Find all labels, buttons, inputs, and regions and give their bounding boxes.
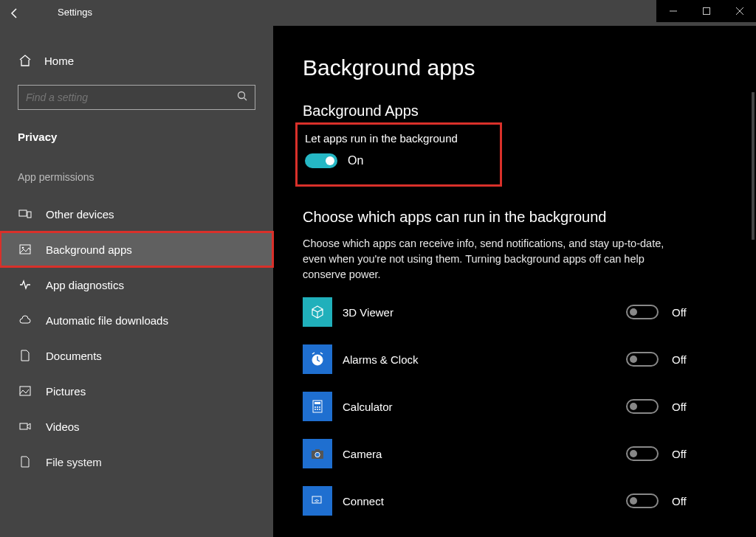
app-toggle[interactable] [626,399,659,414]
app-name: Connect [343,495,626,507]
picture-icon [18,243,32,256]
document-icon [18,349,32,362]
close-button[interactable] [723,0,756,22]
app-icon [303,486,332,516]
section-heading-2: Choose which apps can run in the backgro… [303,209,726,226]
titlebar: Settings [0,0,756,26]
app-row-alarms-clock: Alarms & Clock Off [303,344,701,374]
sidebar-item-file-system[interactable]: File system [0,444,273,479]
app-toggle[interactable] [626,305,659,319]
app-toggle-state: Off [672,353,701,366]
app-name: Calculator [343,401,626,413]
app-icon [303,344,332,374]
sidebar-item-pictures[interactable]: Pictures [0,373,273,409]
video-icon [18,420,32,433]
window-controls [656,0,756,22]
sidebar-item-label: Other devices [46,208,114,221]
master-toggle-state: On [348,154,363,167]
sidebar-home-label: Home [44,55,74,67]
devices-icon [18,207,32,221]
svg-rect-5 [27,212,31,218]
svg-point-16 [315,409,316,410]
sidebar-home[interactable]: Home [0,48,273,73]
sidebar-item-videos[interactable]: Videos [0,409,273,444]
sidebar-item-label: App diagnostics [46,279,124,291]
app-icon [303,439,332,468]
sidebar: Home Privacy App permissions Other devic… [0,26,273,537]
content-pane: Background apps Background Apps Let apps… [273,26,756,537]
sidebar-item-label: Documents [46,350,102,362]
section-description: Choose which apps can receive info, send… [303,236,687,283]
diagnostics-icon [18,278,32,291]
master-toggle-label: Let apps run in the background [305,132,485,145]
minimize-button[interactable] [656,0,690,22]
svg-rect-4 [19,210,27,216]
search-input[interactable] [26,91,237,103]
app-toggle-state: Off [672,448,701,460]
sidebar-item-background-apps[interactable]: Background apps [0,232,273,267]
app-name: 3D Viewer [343,306,626,319]
sidebar-item-automatic-file-downloads[interactable]: Automatic file downloads [0,302,273,338]
app-row-connect: Connect Off [303,486,701,516]
svg-rect-8 [20,387,30,395]
maximize-button[interactable] [690,0,723,22]
sidebar-item-label: Pictures [46,385,86,398]
app-icon [303,297,332,327]
app-toggle[interactable] [626,446,659,461]
app-toggle-state: Off [672,306,701,319]
svg-point-7 [22,247,24,249]
pictures-icon [18,384,32,398]
svg-point-13 [315,406,316,408]
app-toggle[interactable] [626,493,659,508]
svg-rect-12 [315,402,320,404]
section-heading: Background Apps [303,103,726,119]
scrollbar[interactable] [752,92,755,240]
sidebar-item-label: File system [46,456,102,468]
sidebar-group-title: App permissions [0,149,273,196]
svg-rect-9 [20,423,27,429]
sidebar-section-title: Privacy [0,125,273,149]
svg-rect-21 [315,449,320,451]
sidebar-item-label: Automatic file downloads [46,314,168,327]
app-row-calculator: Calculator Off [303,392,701,421]
home-icon [18,54,32,67]
svg-point-18 [319,409,320,410]
svg-point-20 [315,452,320,457]
app-row-camera: Camera Off [303,439,701,468]
svg-point-2 [238,92,245,99]
sidebar-item-label: Videos [46,420,80,433]
file-icon [18,455,32,468]
page-title: Background apps [303,55,726,80]
svg-point-15 [319,406,320,408]
sidebar-item-documents[interactable]: Documents [0,338,273,373]
highlight-box: Let apps run in the background On [295,122,502,187]
sidebar-item-other-devices[interactable]: Other devices [0,196,273,232]
svg-line-3 [244,98,247,101]
window-title: Settings [58,7,92,18]
sidebar-item-label: Background apps [46,243,132,256]
app-toggle[interactable] [626,352,659,367]
search-box[interactable] [18,85,255,110]
search-icon [237,91,247,104]
app-row-3d-viewer: 3D Viewer Off [303,297,701,327]
sidebar-item-app-diagnostics[interactable]: App diagnostics [0,267,273,302]
app-toggle-state: Off [672,495,701,507]
master-toggle[interactable] [305,153,337,168]
svg-rect-1 [703,8,709,15]
svg-point-17 [317,409,318,410]
app-toggle-state: Off [672,401,701,413]
svg-point-14 [317,406,318,408]
cloud-icon [18,313,32,327]
app-name: Camera [343,448,626,460]
app-name: Alarms & Clock [343,353,626,366]
svg-rect-6 [20,245,30,254]
back-button[interactable] [0,0,30,26]
app-icon [303,392,332,421]
app-list: 3D Viewer Off Alarms & Clock Off Calcula… [303,297,701,516]
